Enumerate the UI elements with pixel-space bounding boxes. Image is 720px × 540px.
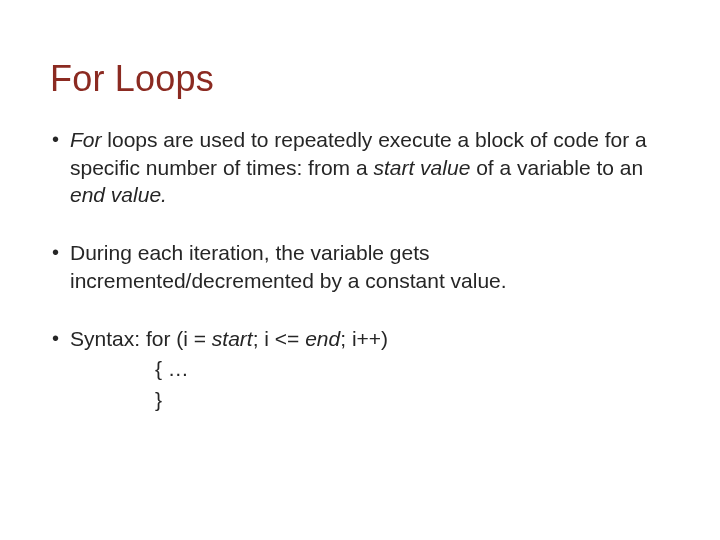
bullet-3-line2: { … bbox=[155, 354, 668, 384]
bullet-3-line1-start: start bbox=[212, 327, 253, 350]
bullet-3-line3: } bbox=[155, 385, 668, 415]
bullet-1-italic-for: For bbox=[70, 128, 102, 151]
bullet-3-code-block: { … } bbox=[155, 354, 668, 415]
bullet-1-italic-end: end value. bbox=[70, 183, 167, 206]
bullet-3-line1-c: ; i <= bbox=[253, 327, 306, 350]
bullet-3-line1-end: end bbox=[305, 327, 340, 350]
bullet-2: During each iteration, the variable gets… bbox=[52, 239, 668, 294]
slide-title: For Loops bbox=[50, 58, 672, 100]
bullet-3: Syntax: for (i = start; i <= end; i++) {… bbox=[52, 325, 668, 416]
bullet-3-label: Syntax: bbox=[70, 327, 146, 350]
bullet-list: For loops are used to repeatedly execute… bbox=[48, 126, 672, 415]
bullet-3-line1-e: ; i++) bbox=[340, 327, 388, 350]
slide: For Loops For loops are used to repeated… bbox=[0, 0, 720, 540]
bullet-2-text: During each iteration, the variable gets… bbox=[70, 241, 507, 292]
bullet-1-italic-start: start value bbox=[373, 156, 470, 179]
bullet-1-text-b: of a variable to an bbox=[470, 156, 643, 179]
bullet-1: For loops are used to repeatedly execute… bbox=[52, 126, 668, 209]
bullet-3-line1-a: for (i = bbox=[146, 327, 212, 350]
